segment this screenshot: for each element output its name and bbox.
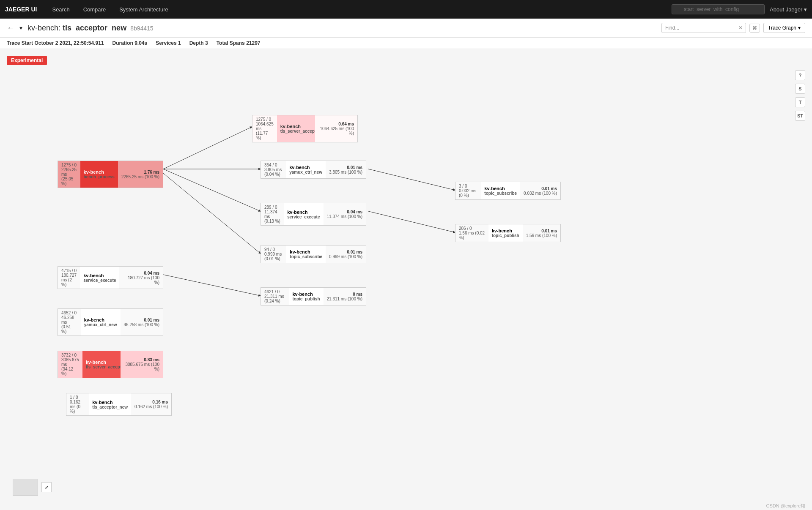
trace-service-name: kv-bench: [27, 24, 60, 32]
node-time2: 1.56 ms (100 %) [526, 233, 557, 238]
nav-search[interactable]: Search [47, 5, 74, 14]
minimap-expand-button[interactable]: ⤢ [41, 482, 52, 492]
t-icon[interactable]: T [795, 97, 805, 107]
node-time2: 11.374 ms (100 %) [327, 214, 363, 219]
node-count: 3732 / 0 [61, 353, 79, 357]
nav-search-container: 🔍 [672, 4, 765, 14]
node-service: kv-bench [84, 169, 115, 175]
node-operation: tls_server_accept [86, 365, 117, 369]
global-search-input[interactable] [672, 4, 765, 14]
minimap-controls: ⤢ [41, 482, 52, 492]
trace-node-n5[interactable]: 289 / 0 11.374 ms (0.13 %) kv-bench serv… [261, 203, 366, 226]
node-operation: yamux_ctrl_new [289, 170, 322, 175]
node-service: kv-bench [289, 165, 322, 170]
node-time2: 21.311 ms (100 %) [327, 297, 363, 301]
node-time: 21.311 ms (0.24 %) [264, 294, 286, 303]
trace-node-n8[interactable]: 4715 / 0 180.727 ms (2 %) kv-bench servi… [58, 266, 163, 289]
node-operation: tls_acceptor_new [92, 405, 128, 409]
node-ms: 0.83 ms [124, 357, 159, 362]
node-count: 354 / 0 [264, 163, 283, 167]
help-icon[interactable]: ? [795, 70, 805, 80]
trace-node-n4[interactable]: 3 / 0 0.032 ms (0 %) kv-bench topic_subs… [455, 182, 561, 200]
node-time2: 46.258 ms (100 %) [124, 322, 160, 327]
find-input[interactable] [661, 23, 746, 33]
brand-logo: JAEGER UI [5, 6, 37, 13]
node-time2: 0.032 ms (100 %) [524, 191, 557, 196]
node-operation: tls_server_accept [280, 129, 312, 134]
trace-id: 8b94415 [130, 25, 154, 32]
node-time: 46.258 ms (0.51 %) [61, 315, 77, 334]
node-service: kv-bench [290, 249, 322, 254]
trace-node-n9[interactable]: 4621 / 0 21.311 ms (0.24 %) kv-bench top… [261, 287, 366, 305]
minimap-area: ⤢ [13, 479, 52, 496]
node-count: 4621 / 0 [264, 289, 286, 294]
node-count: 1275 / 0 [61, 163, 77, 167]
node-service: kv-bench [86, 360, 117, 365]
node-time: 0.032 ms (0 %) [459, 188, 477, 198]
node-time: 0.999 ms (0.01 %) [264, 252, 283, 261]
chevron-down-icon: ▾ [798, 25, 801, 31]
node-service: kv-bench [92, 400, 128, 405]
st-icon[interactable]: ST [795, 111, 805, 121]
trace-meta: Trace Start October 2 2021, 22:50:54.911… [0, 38, 812, 49]
node-ms: 0.04 ms [327, 210, 363, 214]
find-wrap: ✕ [661, 23, 746, 33]
node-ms: 0.16 ms [134, 400, 168, 404]
node-time2: 180.727 ms (100 %) [122, 275, 159, 285]
trace-node-n1[interactable]: 1275 / 0 1064.625 ms (11.77 %) kv-bench … [252, 115, 358, 142]
node-operation: yamux_ctrl_new [84, 322, 117, 327]
node-service: kv-bench [293, 292, 320, 297]
svg-line-6 [163, 275, 261, 296]
node-count: 289 / 0 [264, 205, 280, 210]
trace-depth: Depth 3 [189, 40, 208, 46]
watermark: CSDN @explore翔 [766, 503, 805, 509]
node-count: 94 / 0 [264, 247, 283, 252]
trace-node-n10[interactable]: 4652 / 0 46.258 ms (0.51 %) kv-bench yam… [58, 308, 163, 336]
find-close-icon[interactable]: ✕ [738, 25, 743, 31]
node-service: kv-bench [484, 186, 517, 191]
node-ms: 0.01 ms [329, 250, 362, 254]
trace-node-n6[interactable]: 286 / 0 1.56 ms (0.02 %) kv-bench topic_… [455, 224, 561, 242]
top-nav: JAEGER UI Search Compare System Architec… [0, 0, 812, 19]
s-icon[interactable]: S [795, 84, 805, 94]
node-time: 0.162 ms (0 %) [70, 400, 85, 414]
node-ms: 0.01 ms [524, 186, 557, 191]
node-time: 180.727 ms (2 %) [61, 273, 77, 287]
node-time: 11.374 ms (0.13 %) [264, 210, 280, 224]
trace-operation-name: tls_acceptor_new [63, 24, 126, 32]
svg-line-0 [163, 127, 252, 169]
trace-start: Trace Start October 2 2021, 22:50:54.911 [7, 40, 104, 46]
trace-header-controls: ✕ ⌘ Trace Graph ▾ [661, 23, 805, 33]
nav-search-wrap: 🔍 About Jaeger ▾ [672, 4, 807, 14]
trace-expand-icon[interactable]: ▾ [19, 25, 22, 31]
node-count: 286 / 0 [459, 226, 485, 231]
node-time2: 1064.625 ms (100 %) [318, 126, 354, 136]
node-service: kv-bench [84, 317, 117, 322]
node-operation: service_execute [83, 278, 115, 283]
keyboard-shortcut-icon[interactable]: ⌘ [749, 24, 760, 33]
nav-compare[interactable]: Compare [78, 5, 111, 14]
about-jaeger-menu[interactable]: About Jaeger ▾ [770, 6, 807, 13]
svg-line-5 [368, 211, 455, 232]
trace-duration: Duration 9.04s [112, 40, 148, 46]
nav-system-architecture[interactable]: System Architecture [114, 5, 173, 14]
trace-header: ← ▾ kv-bench: tls_acceptor_new 8b94415 ✕… [0, 19, 812, 38]
node-ms: 0 ms [327, 292, 363, 297]
trace-node-n12[interactable]: 1 / 0 0.162 ms (0 %) kv-bench tls_accept… [66, 393, 172, 416]
node-time: 3.805 ms (0.04 %) [264, 167, 283, 177]
node-count: 4715 / 0 [61, 268, 77, 273]
trace-node-n2[interactable]: 1275 / 0 2265.25 ms (25.05 %) kv-bench b… [58, 161, 163, 188]
trace-graph-button[interactable]: Trace Graph ▾ [763, 23, 805, 33]
node-operation: topic_publish [492, 233, 519, 238]
right-sidebar: ? S T ST [795, 70, 805, 121]
node-count: 3 / 0 [459, 184, 477, 188]
back-button[interactable]: ← [7, 24, 14, 33]
node-time: 2265.25 ms (25.05 %) [61, 167, 77, 186]
trace-node-n11[interactable]: 3732 / 0 3085.675 ms (34.12 %) kv-bench … [58, 351, 163, 378]
trace-node-n7[interactable]: 94 / 0 0.999 ms (0.01 %) kv-bench topic_… [261, 245, 366, 263]
node-time2: 2265.25 ms (100 %) [121, 175, 159, 179]
node-count: 1 / 0 [70, 395, 85, 400]
trace-node-n3[interactable]: 354 / 0 3.805 ms (0.04 %) kv-bench yamux… [261, 161, 366, 179]
trace-services: Services 1 [156, 40, 181, 46]
node-ms: 0.04 ms [122, 271, 159, 275]
